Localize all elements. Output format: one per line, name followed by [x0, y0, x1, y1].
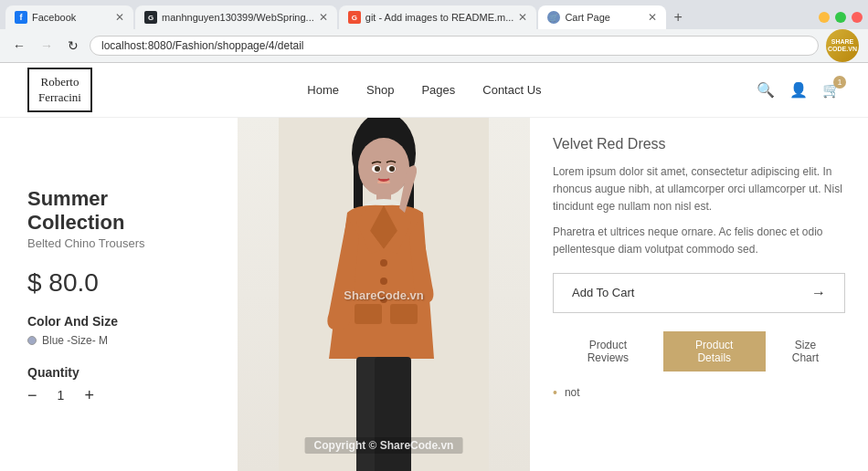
product-title: Velvet Red Dress: [553, 136, 845, 152]
new-tab-button[interactable]: +: [668, 9, 687, 26]
cart-arrow-icon: →: [811, 285, 826, 301]
tab-bar: f Facebook ✕ G manhnguyen130399/WebSprin…: [0, 0, 868, 29]
reload-button[interactable]: ↻: [64, 37, 82, 55]
nav-shop[interactable]: Shop: [366, 83, 394, 97]
cart-favicon: 🛒: [547, 11, 560, 24]
quantity-section: Quantity − 1 +: [27, 365, 210, 403]
search-icon[interactable]: 🔍: [757, 81, 775, 99]
svg-rect-8: [355, 304, 382, 324]
tab-size-chart[interactable]: Size Chart: [766, 331, 845, 372]
copyright-watermark: Copyright © ShareCode.vn: [305, 437, 463, 454]
tab-facebook-label: Facebook: [32, 12, 111, 23]
user-icon[interactable]: 👤: [789, 81, 808, 99]
site-header: Roberto Ferracini Home Shop Pages Contac…: [0, 63, 868, 118]
svg-point-21: [389, 166, 395, 172]
svg-point-5: [358, 138, 409, 196]
quantity-control: − 1 +: [27, 387, 210, 403]
description-paragraph-1: Lorem ipsum dolor sit amet, consectetur …: [553, 163, 845, 216]
detail-item: • not: [553, 386, 845, 400]
nav-menu: Home Shop Pages Contact Us: [307, 83, 541, 97]
facebook-favicon: f: [15, 11, 27, 24]
forward-button[interactable]: →: [37, 37, 57, 55]
minimize-button[interactable]: [819, 12, 830, 23]
product-price: $ 80.0: [27, 268, 210, 298]
product-subtitle: Belted Chino Trousers: [27, 236, 210, 250]
cart-icon-wrap[interactable]: 🛒 1: [822, 81, 841, 99]
svg-point-11: [380, 277, 387, 285]
add-to-cart-label: Add To Cart: [572, 286, 634, 299]
quantity-plus-button[interactable]: +: [85, 387, 95, 403]
color-dot: [27, 336, 37, 345]
tab-cartpage[interactable]: 🛒 Cart Page ✕: [538, 5, 666, 29]
tab-cartpage-label: Cart Page: [565, 12, 643, 23]
quantity-label: Quantity: [27, 365, 210, 380]
main-content: Summer Collection Belted Chino Trousers …: [0, 118, 868, 471]
product-image-area: ShareCode.vn Copyright © ShareCode.vn: [238, 118, 530, 471]
bullet-dot-icon: •: [553, 385, 557, 400]
quantity-value: 1: [52, 388, 70, 403]
svg-point-10: [380, 259, 387, 267]
tab-webspring[interactable]: G manhnguyen130399/WebSpring... ✕: [135, 5, 337, 29]
browser-logo: SHARECODE.VN: [826, 29, 859, 62]
window-controls: [819, 12, 863, 23]
left-sidebar: Summer Collection Belted Chino Trousers …: [0, 118, 238, 471]
quantity-minus-button[interactable]: −: [27, 387, 37, 403]
git-favicon: G: [348, 11, 361, 24]
maximize-button[interactable]: [835, 12, 846, 23]
sharecode-watermark: ShareCode.vn: [344, 288, 423, 302]
svg-rect-9: [390, 304, 418, 324]
tab-git-close[interactable]: ✕: [518, 11, 527, 24]
detail-text: not: [565, 386, 580, 399]
color-size-info: Blue -Size- M: [27, 334, 210, 347]
svg-point-20: [375, 166, 380, 172]
tab-git[interactable]: G git - Add images to README.m... ✕: [339, 5, 537, 29]
tab-cartpage-close[interactable]: ✕: [648, 11, 657, 24]
nav-home[interactable]: Home: [307, 83, 339, 97]
nav-contact[interactable]: Contact Us: [482, 83, 541, 97]
github-favicon: G: [144, 11, 157, 24]
product-tabs: Product Reviews Product Details Size Cha…: [553, 331, 845, 372]
tab-product-details[interactable]: Product Details: [663, 331, 766, 372]
nav-icons: 🔍 👤 🛒 1: [757, 81, 841, 99]
logo-line1: Roberto: [38, 75, 81, 90]
close-button[interactable]: [852, 12, 863, 23]
browser-chrome: f Facebook ✕ G manhnguyen130399/WebSprin…: [0, 0, 868, 63]
color-size-label: Color And Size: [27, 314, 210, 329]
tab-git-label: git - Add images to README.m...: [365, 12, 514, 23]
tab-facebook-close[interactable]: ✕: [115, 11, 124, 24]
back-button[interactable]: ←: [9, 37, 29, 55]
tab-webspring-label: manhnguyen130399/WebSpring...: [162, 12, 314, 23]
address-bar: ← → ↻ SHARECODE.VN: [0, 29, 868, 62]
logo: Roberto Ferracini: [27, 68, 92, 113]
right-panel: Velvet Red Dress Lorem ipsum dolor sit a…: [530, 118, 868, 471]
cart-badge: 1: [833, 76, 846, 89]
tab-webspring-close[interactable]: ✕: [319, 11, 328, 24]
tab-content-details: • not: [553, 386, 845, 400]
page-content: Roberto Ferracini Home Shop Pages Contac…: [0, 63, 868, 471]
url-bar[interactable]: [90, 36, 819, 56]
tab-facebook[interactable]: f Facebook ✕: [5, 5, 133, 29]
tab-product-reviews[interactable]: Product Reviews: [553, 331, 663, 372]
add-to-cart-button[interactable]: Add To Cart →: [553, 273, 845, 313]
collection-label: Summer Collection: [27, 187, 210, 235]
description-paragraph-2: Pharetra et ultrices neque ornare. Ac fe…: [553, 224, 845, 258]
product-description-1: Lorem ipsum dolor sit amet, consectetur …: [553, 163, 845, 258]
svg-rect-14: [375, 357, 411, 471]
nav-pages[interactable]: Pages: [421, 83, 455, 97]
logo-line2: Ferracini: [38, 90, 81, 106]
color-size-value: Blue -Size- M: [42, 334, 108, 347]
